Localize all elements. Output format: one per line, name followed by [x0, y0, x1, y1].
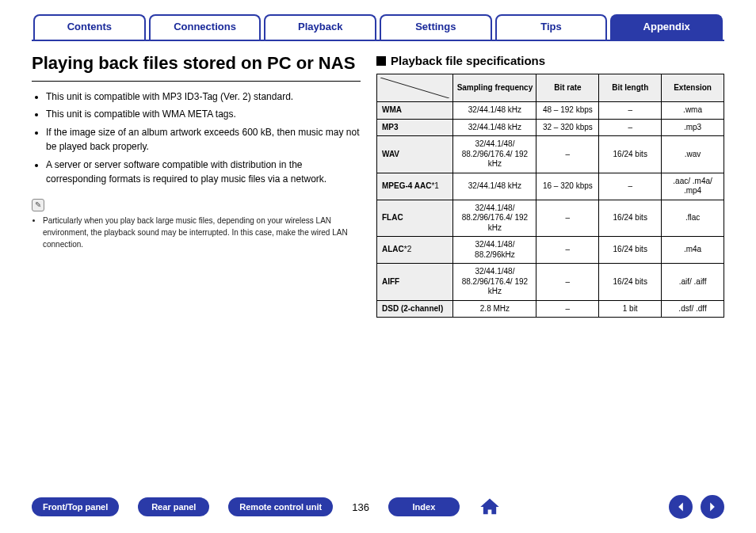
- col-sampling: Sampling frequency: [453, 74, 536, 102]
- bullet-item: If the image size of an album artwork ex…: [46, 125, 361, 154]
- top-tabs: Contents Connections Playback Settings T…: [0, 0, 756, 40]
- spec-table: Sampling frequency Bit rate Bit length E…: [376, 74, 724, 318]
- bitlength-cell: 16/24 bits: [599, 264, 662, 301]
- sampling-cell: 32/44.1/48/ 88.2/96/176.4/ 192 kHz: [453, 136, 536, 173]
- col-bitlength: Bit length: [599, 74, 662, 102]
- format-cell: WMA: [377, 102, 453, 120]
- tab-contents[interactable]: Contents: [33, 14, 146, 40]
- tab-appendix[interactable]: Appendix: [610, 14, 723, 40]
- sampling-cell: 32/44.1/48 kHz: [453, 173, 536, 200]
- ext-cell: .aac/ .m4a/ .mp4: [662, 173, 724, 200]
- right-column: Playback file specifications Sampling fr…: [372, 49, 724, 318]
- spec-subheading-text: Playback file specifications: [391, 54, 545, 67]
- page-content: Playing back files stored on PC or NAS T…: [0, 41, 756, 318]
- table-row: WAV32/44.1/48/ 88.2/96/176.4/ 192 kHz–16…: [377, 136, 724, 173]
- col-extension: Extension: [662, 74, 724, 102]
- sampling-cell: 32/44.1/48/ 88.2/96kHz: [453, 237, 536, 264]
- bitlength-cell: 16/24 bits: [599, 136, 662, 173]
- next-page-button[interactable]: [701, 495, 724, 519]
- note-list: Particularly when you play back large mu…: [32, 215, 361, 250]
- ext-cell: .mp3: [662, 119, 724, 136]
- title-divider: [32, 81, 361, 82]
- sampling-cell: 32/44.1/48/ 88.2/96/176.4/ 192 kHz: [453, 200, 536, 237]
- tab-settings[interactable]: Settings: [380, 14, 492, 40]
- bitrate-cell: 16 – 320 kbps: [536, 173, 599, 200]
- format-cell: ALAC*2: [377, 237, 453, 264]
- format-cell: AIFF: [377, 264, 453, 301]
- table-row: ALAC*232/44.1/48/ 88.2/96kHz–16/24 bits.…: [377, 237, 724, 264]
- svg-line-0: [380, 78, 449, 98]
- table-row: DSD (2-channel)2.8 MHz–1 bit.dsf/ .dff: [377, 300, 724, 318]
- page-title: Playing back files stored on PC or NAS: [32, 52, 361, 74]
- table-row: WMA32/44.1/48 kHz48 – 192 kbps–.wma: [377, 102, 724, 120]
- tab-playback[interactable]: Playback: [264, 14, 376, 40]
- format-cell: MP3: [377, 119, 453, 136]
- table-row: AIFF32/44.1/48/ 88.2/96/176.4/ 192 kHz–1…: [377, 264, 724, 301]
- bitrate-cell: –: [536, 264, 599, 301]
- page-number: 136: [352, 501, 369, 513]
- footer-nav: Front/Top panel Rear panel Remote contro…: [0, 495, 756, 519]
- table-row: FLAC32/44.1/48/ 88.2/96/176.4/ 192 kHz–1…: [377, 200, 724, 237]
- page-arrows: [669, 495, 724, 519]
- rear-panel-button[interactable]: Rear panel: [138, 497, 209, 517]
- bitrate-cell: –: [536, 237, 599, 264]
- bullet-item: A server or server software compatible w…: [46, 158, 361, 187]
- bitlength-cell: 16/24 bits: [599, 237, 662, 264]
- bitrate-cell: 48 – 192 kbps: [536, 102, 599, 120]
- tab-tips[interactable]: Tips: [495, 14, 608, 40]
- sampling-cell: 32/44.1/48 kHz: [453, 119, 536, 136]
- left-column: Playing back files stored on PC or NAS T…: [32, 49, 372, 318]
- ext-cell: .m4a: [662, 237, 724, 264]
- spec-table-body: WMA32/44.1/48 kHz48 – 192 kbps–.wmaMP332…: [377, 102, 724, 318]
- home-icon[interactable]: [479, 496, 501, 518]
- bitlength-cell: –: [599, 173, 662, 200]
- tab-connections[interactable]: Connections: [149, 14, 262, 40]
- remote-control-button[interactable]: Remote control unit: [228, 497, 333, 517]
- sampling-cell: 32/44.1/48/ 88.2/96/176.4/ 192 kHz: [453, 264, 536, 301]
- ext-cell: .wma: [662, 102, 724, 120]
- sampling-cell: 2.8 MHz: [453, 300, 536, 318]
- spec-subheading: Playback file specifications: [376, 54, 724, 67]
- table-row: MPEG-4 AAC*132/44.1/48 kHz16 – 320 kbps–…: [377, 173, 724, 200]
- ext-cell: .aif/ .aiff: [662, 264, 724, 301]
- bitlength-cell: 1 bit: [599, 300, 662, 318]
- compatibility-bullets: This unit is compatible with MP3 ID3-Tag…: [32, 89, 361, 188]
- bullet-item: This unit is compatible with WMA META ta…: [46, 107, 361, 122]
- bitrate-cell: 32 – 320 kbps: [536, 119, 599, 136]
- sampling-cell: 32/44.1/48 kHz: [453, 102, 536, 120]
- bitrate-cell: –: [536, 200, 599, 237]
- format-cell: MPEG-4 AAC*1: [377, 173, 453, 200]
- format-cell: FLAC: [377, 200, 453, 237]
- bitlength-cell: –: [599, 102, 662, 120]
- bitlength-cell: 16/24 bits: [599, 200, 662, 237]
- bullet-item: This unit is compatible with MP3 ID3-Tag…: [46, 89, 361, 105]
- format-cell: WAV: [377, 136, 453, 173]
- bitlength-cell: –: [599, 119, 662, 136]
- prev-page-button[interactable]: [669, 495, 693, 519]
- col-bitrate: Bit rate: [536, 74, 599, 102]
- ext-cell: .dsf/ .dff: [662, 300, 724, 318]
- index-button[interactable]: Index: [388, 497, 460, 517]
- table-row: MP332/44.1/48 kHz32 – 320 kbps–.mp3: [377, 119, 724, 136]
- square-bullet-icon: [376, 56, 386, 66]
- ext-cell: .flac: [662, 200, 724, 237]
- note-icon: ✎: [32, 199, 44, 211]
- bitrate-cell: –: [536, 300, 599, 318]
- note-item: Particularly when you play back large mu…: [43, 215, 361, 250]
- diagonal-header: [377, 74, 453, 102]
- front-top-panel-button[interactable]: Front/Top panel: [32, 497, 119, 517]
- format-cell: DSD (2-channel): [377, 300, 453, 318]
- bitrate-cell: –: [536, 136, 599, 173]
- ext-cell: .wav: [662, 136, 724, 173]
